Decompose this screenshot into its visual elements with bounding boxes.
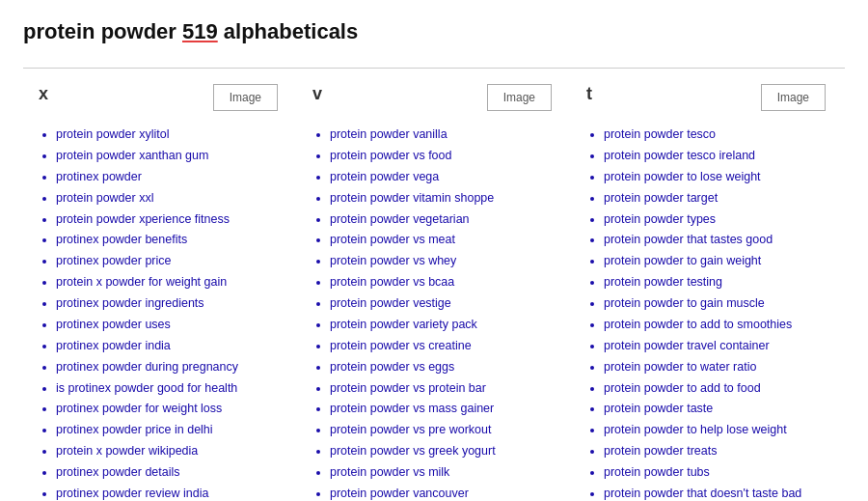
list-item[interactable]: protein powder vs protein bar — [330, 378, 552, 400]
list-item[interactable]: protinex powder india — [56, 336, 278, 357]
list-item[interactable]: protein powder that tastes good — [604, 230, 826, 251]
list-item[interactable]: protein powder vs creatine — [330, 336, 552, 357]
list-item[interactable]: protein powder vanilla — [330, 125, 552, 146]
list-item[interactable]: protein powder xanthan gum — [56, 146, 278, 167]
column-t: tImageprotein powder tescoprotein powder… — [571, 68, 845, 501]
list-item[interactable]: protein powder vs bcaa — [330, 272, 552, 293]
keyword-list-t: protein powder tescoprotein powder tesco… — [586, 125, 826, 501]
list-item[interactable]: is protinex powder good for health — [56, 378, 278, 400]
list-item[interactable]: protein powder to add to food — [604, 378, 826, 400]
list-item[interactable]: protinex powder during pregnancy — [56, 357, 278, 378]
list-item[interactable]: protein powder xxl — [56, 188, 278, 209]
list-item[interactable]: protein powder vega — [330, 167, 552, 188]
list-item[interactable]: protein powder vs food — [330, 146, 552, 167]
list-item[interactable]: protein powder xperience fitness — [56, 209, 278, 231]
list-item[interactable]: protinex powder price in delhi — [56, 420, 278, 441]
column-letter-x: x — [39, 84, 48, 104]
list-item[interactable]: protein x powder wikipedia — [56, 441, 278, 462]
page-title: protein powder 519 alphabeticals — [23, 19, 845, 44]
list-item[interactable]: protein powder types — [604, 209, 826, 231]
list-item[interactable]: protein powder vitamin shoppe — [330, 188, 552, 209]
list-item[interactable]: protein powder to lose weight — [604, 167, 826, 188]
column-letter-v: v — [312, 84, 322, 104]
list-item[interactable]: protinex powder ingredients — [56, 293, 278, 315]
image-placeholder-v[interactable]: Image — [487, 84, 552, 111]
list-item[interactable]: protinex powder details — [56, 462, 278, 484]
list-item[interactable]: protein powder tesco ireland — [604, 146, 826, 167]
list-item[interactable]: protein powder to add to smoothies — [604, 315, 826, 336]
list-item[interactable]: protinex powder for weight loss — [56, 399, 278, 420]
list-item[interactable]: protein powder vs greek yogurt — [330, 441, 552, 462]
image-placeholder-t[interactable]: Image — [761, 84, 826, 111]
image-placeholder-x[interactable]: Image — [213, 84, 278, 111]
list-item[interactable]: protein powder to water ratio — [604, 357, 826, 378]
list-item[interactable]: protein powder vs meat — [330, 230, 552, 251]
columns-container: xImageprotein powder xylitolprotein powd… — [23, 68, 845, 501]
column-header-x: xImage — [39, 84, 278, 111]
list-item[interactable]: protinex powder uses — [56, 315, 278, 336]
list-item[interactable]: protein powder xylitol — [56, 125, 278, 146]
list-item[interactable]: protein powder vs whey — [330, 251, 552, 272]
list-item[interactable]: protinex powder review india — [56, 484, 278, 501]
column-letter-t: t — [586, 84, 592, 104]
list-item[interactable]: protein powder to help lose weight — [604, 420, 826, 441]
column-v: vImageprotein powder vanillaprotein powd… — [297, 68, 571, 501]
list-item[interactable]: protinex powder benefits — [56, 230, 278, 251]
list-item[interactable]: protein powder vs milk — [330, 462, 552, 484]
list-item[interactable]: protein powder vancouver — [330, 484, 552, 501]
list-item[interactable]: protein powder treats — [604, 441, 826, 462]
list-item[interactable]: protein powder vs eggs — [330, 357, 552, 378]
list-item[interactable]: protein powder to gain weight — [604, 251, 826, 272]
list-item[interactable]: protein powder vs mass gainer — [330, 399, 552, 420]
list-item[interactable]: protein powder variety pack — [330, 315, 552, 336]
column-x: xImageprotein powder xylitolprotein powd… — [23, 68, 297, 501]
list-item[interactable]: protein powder testing — [604, 272, 826, 293]
list-item[interactable]: protein powder vs pre workout — [330, 420, 552, 441]
list-item[interactable]: protein powder taste — [604, 399, 826, 420]
column-header-t: tImage — [586, 84, 826, 111]
list-item[interactable]: protein powder target — [604, 188, 826, 209]
list-item[interactable]: protein powder travel container — [604, 336, 826, 357]
list-item[interactable]: protein x powder for weight gain — [56, 272, 278, 293]
list-item[interactable]: protein powder tubs — [604, 462, 826, 484]
list-item[interactable]: protein powder vegetarian — [330, 209, 552, 231]
list-item[interactable]: protinex powder — [56, 167, 278, 188]
list-item[interactable]: protein powder that doesn't taste bad — [604, 484, 826, 501]
list-item[interactable]: protein powder tesco — [604, 125, 826, 146]
list-item[interactable]: protein powder vestige — [330, 293, 552, 315]
column-header-v: vImage — [312, 84, 552, 111]
list-item[interactable]: protein powder to gain muscle — [604, 293, 826, 315]
list-item[interactable]: protinex powder price — [56, 251, 278, 272]
keyword-list-v: protein powder vanillaprotein powder vs … — [312, 125, 552, 501]
keyword-list-x: protein powder xylitolprotein powder xan… — [39, 125, 278, 501]
